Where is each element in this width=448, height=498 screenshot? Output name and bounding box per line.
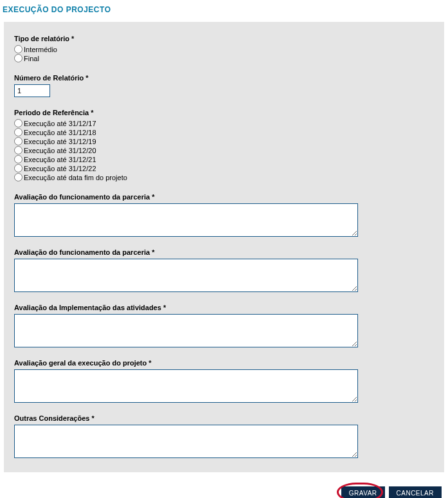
radio-label: Execução até 31/12/18 bbox=[24, 129, 96, 136]
radio-row-intermedio[interactable]: Intermédio bbox=[14, 45, 434, 53]
radio-label: Intermédio bbox=[24, 46, 57, 53]
radio-period-2018[interactable] bbox=[14, 128, 22, 136]
radio-label: Execução até 31/12/17 bbox=[24, 120, 96, 127]
field-ref-period: Periodo de Referência * Execução até 31/… bbox=[14, 109, 434, 181]
save-button[interactable]: GRAVAR bbox=[341, 486, 385, 498]
input-report-number[interactable] bbox=[14, 84, 50, 97]
label-ref-period: Periodo de Referência * bbox=[14, 109, 434, 116]
radio-period-2022[interactable] bbox=[14, 164, 22, 172]
label-aval-parceria1: Avaliação do funcionamento da parceria * bbox=[14, 193, 434, 201]
radio-period-end[interactable] bbox=[14, 173, 22, 181]
textarea-aval-impl[interactable] bbox=[14, 314, 358, 347]
label-aval-parceria2: Avaliação do funcionamento da parceria * bbox=[14, 248, 434, 256]
field-report-type: Tipo de relatório * Intermédio Final bbox=[14, 35, 434, 62]
radio-final[interactable] bbox=[14, 54, 22, 62]
field-aval-parceria2: Avaliação do funcionamento da parceria * bbox=[14, 248, 434, 292]
radio-row-period[interactable]: Execução até 31/12/21 bbox=[14, 155, 434, 163]
radio-row-final[interactable]: Final bbox=[14, 54, 434, 62]
textarea-aval-parceria2[interactable] bbox=[14, 259, 358, 292]
field-aval-parceria1: Avaliação do funcionamento da parceria * bbox=[14, 193, 434, 237]
radio-row-period[interactable]: Execução até 31/12/20 bbox=[14, 146, 434, 154]
label-aval-impl: Avaliação da Implementação das atividade… bbox=[14, 304, 434, 311]
radio-row-period[interactable]: Execução até data fim do projeto bbox=[14, 173, 434, 181]
textarea-aval-geral[interactable] bbox=[14, 369, 358, 403]
label-report-number: Número de Relatório * bbox=[14, 74, 434, 82]
label-report-type: Tipo de relatório * bbox=[14, 35, 434, 42]
field-outras: Outras Considerações * bbox=[14, 414, 434, 458]
footer-actions: GRAVAR CANCELAR bbox=[0, 472, 448, 498]
radio-label: Execução até data fim do projeto bbox=[24, 174, 127, 181]
radio-row-period[interactable]: Execução até 31/12/22 bbox=[14, 164, 434, 172]
radio-period-2020[interactable] bbox=[14, 146, 22, 154]
radio-label: Execução até 31/12/19 bbox=[24, 138, 96, 145]
radio-row-period[interactable]: Execução até 31/12/19 bbox=[14, 137, 434, 145]
cancel-button[interactable]: CANCELAR bbox=[389, 486, 442, 498]
field-report-number: Número de Relatório * bbox=[14, 74, 434, 97]
label-aval-geral: Avaliação geral da execução do projeto * bbox=[14, 359, 434, 367]
radio-row-period[interactable]: Execução até 31/12/18 bbox=[14, 128, 434, 136]
form-container: Tipo de relatório * Intermédio Final Núm… bbox=[4, 22, 444, 472]
field-aval-impl: Avaliação da Implementação das atividade… bbox=[14, 304, 434, 347]
radio-period-2021[interactable] bbox=[14, 155, 22, 163]
radio-label: Execução até 31/12/20 bbox=[24, 147, 96, 154]
textarea-outras[interactable] bbox=[14, 425, 358, 458]
radio-label: Execução até 31/12/22 bbox=[24, 165, 96, 172]
field-aval-geral: Avaliação geral da execução do projeto * bbox=[14, 359, 434, 403]
radio-label: Execução até 31/12/21 bbox=[24, 156, 96, 163]
radio-period-2019[interactable] bbox=[14, 137, 22, 145]
page-title: EXECUÇÃO DO PROJECTO bbox=[0, 0, 448, 22]
textarea-aval-parceria1[interactable] bbox=[14, 203, 358, 237]
radio-label: Final bbox=[24, 55, 39, 62]
label-outras: Outras Considerações * bbox=[14, 414, 434, 422]
radio-intermedio[interactable] bbox=[14, 45, 22, 53]
radio-row-period[interactable]: Execução até 31/12/17 bbox=[14, 119, 434, 127]
radio-period-2017[interactable] bbox=[14, 119, 22, 127]
